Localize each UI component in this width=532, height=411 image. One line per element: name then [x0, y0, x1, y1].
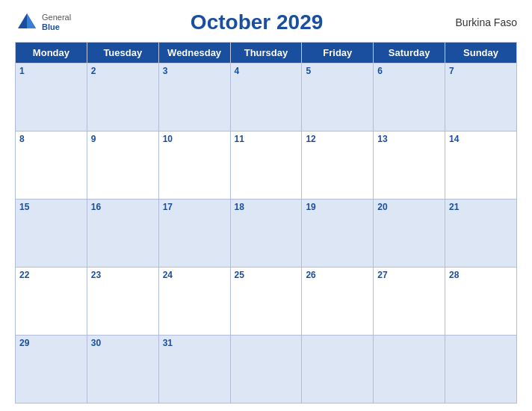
day-number: 27 [377, 270, 387, 280]
calendar-cell: 14 [445, 132, 517, 200]
weekday-header-monday: Monday [16, 43, 87, 64]
calendar-cell: 23 [87, 268, 158, 336]
calendar-cell: 10 [158, 132, 230, 200]
day-number: 19 [306, 202, 315, 212]
calendar-cell: 17 [158, 200, 230, 268]
calendar-cell: 26 [302, 268, 374, 336]
weekday-header-tuesday: Tuesday [87, 43, 158, 64]
day-number: 18 [235, 202, 244, 212]
day-number: 20 [377, 202, 387, 212]
calendar-cell [445, 336, 517, 404]
calendar-cell: 29 [16, 336, 87, 404]
weekday-header-row: MondayTuesdayWednesdayThursdayFridaySatu… [16, 43, 517, 64]
logo: General Blue [15, 10, 71, 34]
day-number: 12 [306, 134, 315, 144]
logo-general-label: General [42, 13, 71, 22]
logo-text: General Blue [42, 13, 71, 32]
calendar-cell: 7 [445, 64, 517, 132]
month-title: October 2029 [71, 10, 442, 34]
calendar-cell: 9 [87, 132, 158, 200]
day-number: 2 [91, 66, 96, 76]
weekday-header-friday: Friday [302, 43, 374, 64]
weekday-header-saturday: Saturday [374, 43, 445, 64]
calendar-cell: 19 [302, 200, 374, 268]
calendar-cell: 13 [374, 132, 445, 200]
day-number: 1 [19, 66, 25, 76]
calendar-cell [230, 336, 302, 404]
calendar-cell: 15 [16, 200, 87, 268]
calendar-week-row: 1234567 [16, 64, 517, 132]
day-number: 28 [449, 270, 459, 280]
day-number: 13 [377, 134, 387, 144]
calendar-body: 1234567891011121314151617181920212223242… [16, 64, 517, 404]
day-number: 17 [163, 202, 173, 212]
calendar-table: MondayTuesdayWednesdayThursdayFridaySatu… [15, 42, 517, 404]
weekday-header-sunday: Sunday [445, 43, 517, 64]
calendar-cell: 2 [87, 64, 158, 132]
day-number: 31 [163, 338, 173, 348]
day-number: 21 [449, 202, 459, 212]
calendar-cell: 16 [87, 200, 158, 268]
day-number: 3 [163, 66, 168, 76]
calendar-cell: 27 [374, 268, 445, 336]
day-number: 15 [19, 202, 29, 212]
country-label: Burkina Faso [442, 16, 517, 28]
calendar-cell: 1 [16, 64, 87, 132]
day-number: 11 [235, 134, 244, 144]
calendar-week-row: 15161718192021 [16, 200, 517, 268]
day-number: 16 [91, 202, 101, 212]
day-number: 23 [91, 270, 101, 280]
calendar-week-row: 22232425262728 [16, 268, 517, 336]
weekday-header-wednesday: Wednesday [158, 43, 230, 64]
calendar-cell: 30 [87, 336, 158, 404]
calendar-header: General Blue October 2029 Burkina Faso [15, 7, 517, 37]
calendar-cell: 31 [158, 336, 230, 404]
day-number: 6 [377, 66, 383, 76]
calendar-cell [374, 336, 445, 404]
calendar-cell: 22 [16, 268, 87, 336]
calendar-cell: 25 [230, 268, 302, 336]
day-number: 8 [19, 134, 25, 144]
calendar-cell: 21 [445, 200, 517, 268]
day-number: 10 [163, 134, 173, 144]
day-number: 26 [306, 270, 315, 280]
calendar-cell: 20 [374, 200, 445, 268]
day-number: 5 [306, 66, 311, 76]
day-number: 4 [235, 66, 240, 76]
day-number: 22 [19, 270, 29, 280]
calendar-week-row: 293031 [16, 336, 517, 404]
day-number: 9 [91, 134, 96, 144]
day-number: 25 [235, 270, 244, 280]
calendar-cell: 11 [230, 132, 302, 200]
calendar-cell: 8 [16, 132, 87, 200]
calendar-cell: 28 [445, 268, 517, 336]
calendar-cell: 5 [302, 64, 374, 132]
calendar-cell: 18 [230, 200, 302, 268]
day-number: 7 [449, 66, 454, 76]
calendar-cell: 6 [374, 64, 445, 132]
calendar-cell [302, 336, 374, 404]
weekday-header-thursday: Thursday [230, 43, 302, 64]
calendar-cell: 3 [158, 64, 230, 132]
calendar-cell: 12 [302, 132, 374, 200]
calendar-week-row: 891011121314 [16, 132, 517, 200]
day-number: 30 [91, 338, 101, 348]
logo-blue-label: Blue [42, 22, 71, 32]
calendar-cell: 4 [230, 64, 302, 132]
day-number: 14 [449, 134, 459, 144]
calendar-cell: 24 [158, 268, 230, 336]
day-number: 24 [163, 270, 173, 280]
day-number: 29 [19, 338, 29, 348]
logo-icon [15, 10, 39, 34]
